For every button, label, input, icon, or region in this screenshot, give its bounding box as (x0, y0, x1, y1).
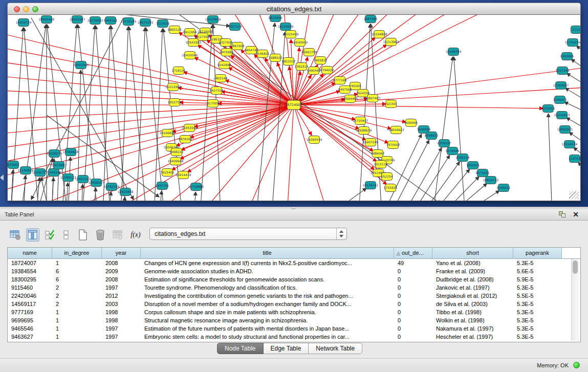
table-cell-in_degree[interactable]: 1 (52, 308, 102, 316)
network-node[interactable]: 16154808 (372, 31, 387, 38)
network-node[interactable]: 8215955 (541, 105, 555, 113)
network-node[interactable]: 15720407 (353, 117, 368, 125)
network-node[interactable]: 8475685 (220, 49, 234, 56)
table-cell-name[interactable]: 9777169 (8, 308, 52, 316)
table-cell-title[interactable]: Estimation of the future numbers of pati… (141, 324, 394, 333)
network-node[interactable]: 135001 (8, 161, 19, 169)
network-node[interactable]: 9498222 (170, 148, 184, 156)
table-cell-title[interactable]: Genome-wide association studies in ADHD. (141, 267, 394, 275)
edge[interactable] (96, 26, 111, 201)
table-cell-name[interactable]: 14569117 (8, 300, 52, 308)
table-cell-title[interactable]: Embryonic stem cells: a model to study s… (141, 333, 394, 341)
network-canvas-area[interactable]: 9860123891295418226058912750881863281054… (7, 15, 581, 201)
table-row[interactable]: 946362711997Embryonic stem cells: a mode… (8, 333, 580, 341)
table-cell-pagerank[interactable]: 5.3E-5 (513, 333, 562, 341)
network-node[interactable]: 2867608 (231, 42, 245, 50)
table-cell-year[interactable]: 2008 (102, 259, 141, 267)
column-header-pagerank[interactable]: pagerank (513, 248, 562, 258)
edge[interactable] (433, 57, 453, 201)
network-node[interactable]: 6497568 (338, 86, 352, 94)
table-cell-year[interactable]: 1997 (102, 324, 141, 333)
edge[interactable] (571, 59, 581, 72)
network-node[interactable]: 7975602 (386, 141, 400, 149)
citation-edge[interactable] (294, 15, 410, 105)
table-cell-short[interactable]: Jankovic et al. (1997) (432, 283, 513, 292)
table-row[interactable]: 977716911998Corpus callosum shape and si… (8, 308, 580, 316)
edge[interactable] (121, 27, 128, 201)
table-cell-in_degree[interactable]: 2 (52, 292, 102, 300)
network-node[interactable]: 14055714 (16, 19, 32, 27)
table-cell-title[interactable]: Structural magnetic resonance image aver… (141, 316, 394, 324)
table-cell-short[interactable]: Nakamura et al. (1997) (432, 324, 513, 333)
edge[interactable] (565, 88, 581, 102)
table-cell-pagerank[interactable]: 5.3E-5 (513, 324, 562, 333)
table-cell-title[interactable]: Disruption of a novel member of a sodium… (141, 300, 394, 308)
network-node[interactable]: 19384554 (307, 136, 322, 144)
table-cell-name[interactable]: 18724007 (8, 259, 52, 267)
table-row[interactable]: 1938455462009Genome-wide association stu… (8, 267, 580, 275)
network-node[interactable]: 7832621 (466, 162, 480, 169)
table-row[interactable]: 1830029562008Estimation of significance … (8, 275, 580, 283)
network-node[interactable]: 1588520 (269, 54, 282, 62)
network-node[interactable]: 9245612 (497, 184, 511, 192)
network-node[interactable]: 20691406 (39, 16, 55, 24)
table-cell-short[interactable]: de Silva et al. (2003) (432, 300, 513, 308)
citation-edge[interactable] (8, 105, 294, 136)
network-node[interactable]: 12093587 (553, 82, 569, 90)
network-node[interactable]: 9146821 (256, 50, 270, 58)
edge[interactable] (578, 162, 581, 174)
network-node[interactable]: 1615112 (374, 161, 388, 168)
network-node[interactable]: 917008 (207, 100, 219, 107)
edge[interactable] (454, 57, 465, 201)
column-header-short[interactable]: short (432, 248, 513, 258)
network-node[interactable]: 6379197 (438, 140, 451, 147)
network-node[interactable]: 16033809 (205, 16, 221, 24)
table-cell-name[interactable]: 9465546 (8, 324, 52, 333)
network-node[interactable]: 14671355 (138, 19, 154, 27)
network-node[interactable]: 11545194 (46, 169, 62, 177)
table-cell-pagerank[interactable]: 5.3E-5 (513, 283, 562, 292)
network-node[interactable]: 12213363 (165, 83, 181, 91)
table-cell-pagerank[interactable]: 5.3E-5 (513, 316, 562, 324)
table-row[interactable]: 969969511998Structural magnetic resonanc… (8, 316, 580, 324)
table-cell-in_degree[interactable]: 6 (52, 267, 102, 275)
table-cell-year[interactable]: 2008 (102, 275, 141, 283)
table-cell-year[interactable]: 2012 (102, 292, 141, 300)
table-row[interactable]: 911546021997Tourette syndrome. Phenomeno… (8, 283, 580, 292)
network-node[interactable]: 9984067 (371, 150, 385, 158)
network-window-titlebar[interactable]: citations_edges.txt (7, 3, 581, 15)
citation-edge[interactable] (294, 87, 581, 105)
table-mode-button[interactable] (9, 228, 22, 242)
edge[interactable] (390, 140, 429, 201)
network-node[interactable]: 7857224 (228, 23, 242, 31)
edge[interactable] (94, 188, 96, 201)
network-node[interactable]: 7955812 (314, 57, 328, 64)
network-node[interactable]: 9227349 (556, 67, 570, 75)
table-cell-pagerank[interactable]: 5.5E-5 (513, 292, 562, 300)
edge[interactable] (78, 25, 98, 201)
edge[interactable] (41, 178, 49, 201)
network-node[interactable]: 6466161 (104, 17, 118, 25)
network-node[interactable]: 1244413 (553, 96, 567, 104)
table-cell-title[interactable]: Corpus callosum shape and size in male p… (141, 308, 394, 316)
window-resize-grip[interactable] (569, 191, 579, 199)
table-cell-short[interactable]: Wolkin et al. (1998) (432, 316, 513, 324)
network-node[interactable]: 8813054 (269, 15, 282, 22)
table-cell-out_degree[interactable]: 0 (394, 324, 432, 333)
delete-table-button[interactable] (111, 228, 124, 242)
table-cell-in_degree[interactable]: 1 (52, 316, 102, 324)
network-node[interactable]: 7515526 (156, 20, 170, 28)
new-column-button[interactable] (76, 228, 90, 242)
table-cell-title[interactable]: Changes of HCN gene expression and I(f) … (141, 259, 394, 267)
tab-network-table[interactable]: Network Table (309, 343, 362, 354)
network-node[interactable]: 9699695 (404, 119, 418, 127)
network-node[interactable]: 8427552 (210, 87, 224, 95)
table-row[interactable]: 2242004622012Investigating the contribut… (8, 292, 580, 300)
table-cell-out_degree[interactable]: 0 (394, 267, 432, 275)
edge[interactable] (450, 183, 487, 201)
show-columns-button[interactable] (26, 228, 39, 242)
column-header-name[interactable]: name (8, 248, 52, 258)
table-cell-name[interactable]: 9115460 (8, 283, 52, 292)
citation-edge[interactable] (200, 105, 294, 201)
network-node[interactable]: 19654923 (388, 126, 404, 134)
